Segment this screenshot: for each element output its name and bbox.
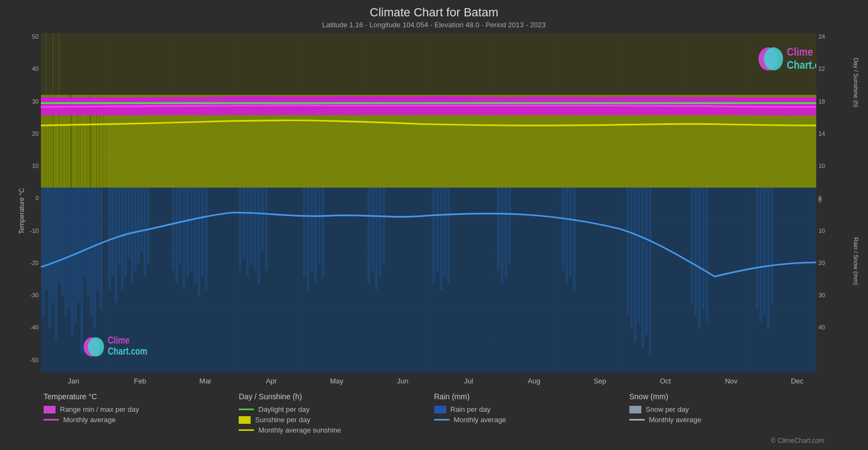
month-aug: Aug: [527, 377, 540, 385]
svg-rect-82: [368, 188, 371, 284]
legend-item-temp-avg: Monthly average: [44, 416, 239, 424]
svg-rect-95: [508, 188, 511, 265]
svg-text:Clime: Clime: [108, 335, 130, 346]
svg-rect-87: [432, 188, 435, 284]
svg-rect-66: [201, 188, 204, 277]
legend-label-temp-avg: Monthly average: [63, 416, 116, 424]
month-dec: Dec: [791, 377, 804, 385]
svg-rect-49: [121, 188, 124, 290]
ytick-rain-30: 30: [818, 292, 825, 298]
month-jun: Jun: [397, 377, 409, 385]
legend-line-temp-avg: [44, 419, 59, 421]
legend-label-temp-range: Range min / max per day: [60, 405, 139, 413]
svg-rect-65: [198, 188, 201, 297]
svg-rect-54: [137, 188, 140, 265]
svg-text:Clime: Clime: [787, 45, 813, 58]
svg-rect-44: [100, 188, 102, 309]
svg-rect-145: [52, 33, 53, 95]
svg-rect-96: [562, 188, 564, 271]
ytick-right-18: 18: [818, 98, 825, 105]
legend-label-snow: Snow per day: [646, 405, 689, 413]
legend-line-rain-avg: [434, 419, 450, 421]
svg-rect-58: [172, 188, 174, 271]
month-jan: Jan: [68, 377, 80, 385]
svg-rect-59: [175, 188, 178, 284]
month-mar: Mar: [199, 377, 212, 385]
chart-canvas: Clime Chart.com Clime Chart.com: [41, 33, 816, 373]
svg-rect-32: [61, 188, 64, 297]
legend-label-rain-avg: Monthly average: [454, 416, 506, 424]
svg-text:Chart.com: Chart.com: [108, 346, 148, 357]
svg-rect-100: [627, 188, 629, 316]
legend-title-rain: Rain (mm): [434, 392, 629, 401]
svg-point-150: [764, 47, 783, 70]
legend-label-sunshine-avg: Monthly average sunshine: [258, 426, 341, 434]
svg-rect-110: [702, 188, 705, 309]
svg-point-154: [88, 337, 104, 356]
svg-rect-34: [68, 188, 70, 309]
svg-rect-38: [81, 188, 83, 354]
svg-rect-73: [257, 188, 260, 284]
svg-rect-51: [128, 188, 130, 258]
ytick-10: 10: [32, 163, 39, 169]
y-axis-left: Temperature °C 50 40 30 20 10 0 -10 -20 …: [11, 33, 41, 389]
svg-rect-52: [131, 188, 133, 284]
svg-rect-70: [246, 188, 249, 277]
x-axis-svg: Jan Feb Mar Apr May Jun Jul Aug Sep Oct …: [41, 373, 816, 389]
svg-rect-27: [45, 188, 48, 290]
month-nov: Nov: [725, 377, 738, 385]
legend-swatch-sunshine: [239, 416, 251, 424]
svg-rect-106: [649, 188, 652, 354]
svg-rect-115: [767, 188, 770, 328]
svg-rect-84: [375, 188, 378, 290]
svg-rect-94: [505, 188, 507, 277]
ytick-right-0: 0: [818, 197, 822, 203]
svg-rect-37: [77, 188, 80, 303]
chart-title: Climate Chart for Batam: [322, 5, 546, 20]
svg-rect-146: [55, 33, 56, 95]
svg-rect-93: [501, 188, 503, 284]
y-axis-right-sunshine-label: Day / Sunshine (h): [853, 58, 859, 107]
svg-rect-97: [566, 188, 568, 284]
svg-rect-116: [771, 188, 774, 303]
svg-rect-47: [114, 188, 117, 303]
svg-rect-92: [497, 188, 500, 271]
svg-rect-77: [307, 188, 309, 290]
svg-rect-143: [46, 33, 47, 95]
ytick-right-14: 14: [818, 130, 825, 137]
watermark: © ClimeChart.com: [629, 426, 824, 445]
legend-item-sunshine-avg: Monthly average sunshine: [239, 426, 434, 434]
legend-label-daylight: Daylight per day: [258, 405, 309, 413]
svg-rect-88: [436, 188, 439, 271]
legend-line-sunshine-avg: [239, 429, 254, 431]
svg-rect-102: [634, 188, 636, 341]
svg-rect-41: [90, 188, 93, 316]
svg-rect-108: [694, 188, 697, 316]
svg-rect-114: [763, 188, 766, 316]
svg-rect-64: [194, 188, 197, 284]
ytick-n50: -50: [30, 357, 39, 363]
legend-title-snow: Snow (mm): [629, 392, 824, 401]
legend-swatch-temp-range: [44, 406, 56, 413]
page: Climate Chart for Batam Latitude 1.16 - …: [0, 0, 868, 450]
svg-text:Chart.com: Chart.com: [787, 58, 816, 71]
svg-rect-62: [186, 188, 189, 277]
month-oct: Oct: [660, 377, 671, 385]
svg-rect-30: [55, 188, 58, 341]
legend-label-snow-avg: Monthly average: [649, 416, 701, 424]
svg-rect-57: [147, 188, 149, 265]
svg-rect-71: [250, 188, 253, 265]
svg-rect-101: [630, 188, 633, 328]
svg-rect-105: [645, 188, 648, 335]
svg-rect-40: [87, 188, 89, 297]
y-axis-left-label: Temperature °C: [18, 188, 26, 234]
legend-title-temperature: Temperature °C: [44, 392, 239, 401]
month-sep: Sep: [593, 377, 606, 385]
legend-label-sunshine: Sunshine per day: [255, 416, 310, 424]
svg-rect-112: [756, 188, 758, 309]
svg-rect-147: [58, 33, 59, 95]
legend-line-snow-avg: [629, 419, 645, 421]
legend-title-sunshine: Day / Sunshine (h): [239, 392, 434, 401]
chart-wrapper: Clime Chart.com Clime Chart.com Jan Feb …: [41, 33, 816, 389]
svg-rect-35: [71, 188, 74, 335]
